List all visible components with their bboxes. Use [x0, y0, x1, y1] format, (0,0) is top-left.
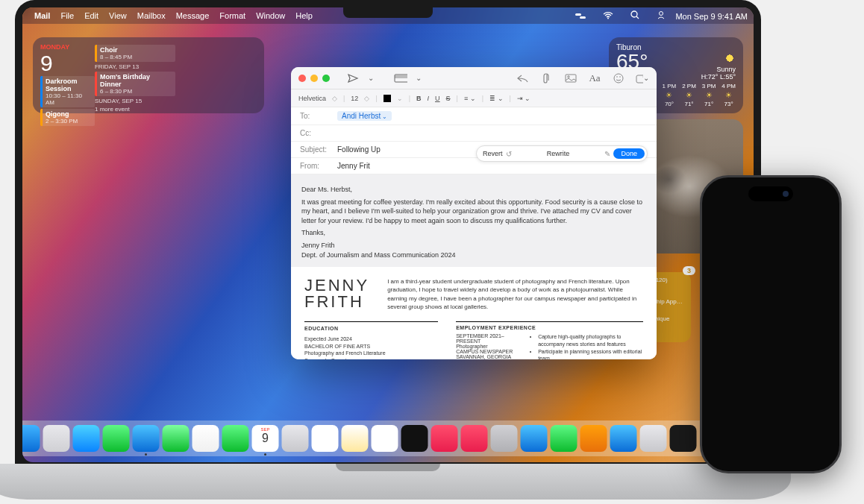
- italic-icon[interactable]: I: [428, 95, 430, 102]
- app-menu[interactable]: Mail: [34, 11, 50, 20]
- indent-icon[interactable]: ⇥ ⌄: [517, 95, 531, 102]
- dock-mail[interactable]: [133, 425, 160, 452]
- calendar-event[interactable]: Mom's Birthday Dinner6 – 8:30 PM: [95, 72, 176, 96]
- svg-rect-7: [395, 75, 407, 82]
- calendar-event[interactable]: Darkroom Session10:30 – 11:30 AM: [40, 76, 95, 107]
- svg-rect-8: [566, 75, 576, 82]
- dock-maps[interactable]: [163, 425, 190, 452]
- macbook: Mail FileEditViewMailboxMessageFormatWin…: [15, 0, 761, 500]
- underline-icon[interactable]: U: [435, 95, 440, 102]
- rewrite-icon: ✎: [601, 150, 613, 158]
- dock-calendar[interactable]: SEP9: [252, 425, 279, 452]
- dock-keynote[interactable]: [580, 425, 607, 452]
- photo-icon[interactable]: [564, 72, 577, 85]
- revert-icon: ↺: [503, 150, 515, 158]
- calendar-widget[interactable]: MONDAY 9 Darkroom Session10:30 – 11:30 A…: [33, 37, 264, 113]
- dock-launchpad[interactable]: [43, 425, 70, 452]
- weather-hour: 1 PM☀70°: [663, 83, 677, 107]
- ai-icon[interactable]: ⌄: [636, 72, 649, 85]
- svg-point-12: [619, 76, 621, 78]
- laptop-frame: Mail FileEditViewMailboxMessageFormatWin…: [15, 0, 761, 470]
- to-field[interactable]: To: Andi Herbst: [291, 107, 657, 125]
- dock-finder[interactable]: [22, 425, 40, 452]
- dock-pages[interactable]: [610, 425, 637, 452]
- strike-icon[interactable]: S: [446, 95, 451, 102]
- menu-view[interactable]: View: [109, 11, 127, 20]
- dock-messages[interactable]: [103, 425, 130, 452]
- dock-music[interactable]: [431, 425, 458, 452]
- weather-hour: 2 PM☀71°: [682, 83, 696, 107]
- text-color-icon[interactable]: [384, 95, 391, 102]
- minimize-button[interactable]: [310, 75, 318, 82]
- control-center-icon[interactable]: [568, 12, 586, 19]
- menu-window[interactable]: Window: [256, 11, 285, 20]
- menu-file[interactable]: File: [60, 11, 74, 20]
- cc-field[interactable]: Cc:: [291, 125, 657, 142]
- send-icon[interactable]: [346, 72, 360, 85]
- rewrite-button[interactable]: Rewrite: [515, 150, 602, 157]
- chevron-down-icon[interactable]: ⌄: [364, 72, 378, 85]
- svg-point-3: [631, 11, 637, 17]
- revert-button[interactable]: Revert: [483, 150, 503, 157]
- dock-freeform[interactable]: [372, 425, 398, 452]
- resume-last-name: FRITH: [304, 294, 369, 310]
- laptop-base: [0, 464, 791, 500]
- dock-iphone-mirroring[interactable]: [670, 425, 697, 452]
- dock-photos[interactable]: [192, 425, 219, 452]
- dock-reminders[interactable]: [312, 425, 339, 452]
- attach-icon[interactable]: [540, 72, 554, 85]
- bold-icon[interactable]: B: [416, 95, 422, 102]
- list-icon[interactable]: ≣ ⌄: [489, 95, 504, 102]
- font-picker[interactable]: Helvetica: [298, 95, 326, 102]
- menu-format[interactable]: Format: [219, 11, 245, 20]
- svg-point-9: [568, 75, 569, 77]
- font-size[interactable]: 12: [351, 95, 358, 102]
- emoji-icon[interactable]: [612, 72, 625, 85]
- dock-facetime[interactable]: [222, 425, 249, 452]
- svg-rect-1: [580, 16, 586, 19]
- weather-hour: 3 PM☀71°: [702, 83, 716, 107]
- notch: [343, 7, 433, 18]
- dock-appstore[interactable]: [521, 425, 548, 452]
- menu-edit[interactable]: Edit: [84, 11, 98, 20]
- menu-message[interactable]: Message: [176, 11, 210, 20]
- calendar-day-label: MONDAY: [40, 43, 95, 51]
- zoom-button[interactable]: [322, 75, 330, 82]
- dock-settings[interactable]: [640, 425, 667, 452]
- calendar-event[interactable]: Qigong2 – 3:30 PM: [40, 109, 95, 126]
- dock-numbers[interactable]: [551, 425, 577, 452]
- spotlight-icon[interactable]: [623, 10, 639, 19]
- calendar-day-number: 9: [40, 52, 95, 75]
- weather-hilo: H:72° L:55°: [701, 73, 736, 81]
- chevron-down-icon[interactable]: ⌄: [412, 72, 425, 85]
- align-icon[interactable]: ≡ ⌄: [464, 95, 476, 102]
- wifi-icon[interactable]: [595, 12, 613, 19]
- format-icon[interactable]: Aa: [588, 72, 601, 85]
- close-button[interactable]: [298, 75, 306, 82]
- menu-help[interactable]: Help: [295, 11, 313, 20]
- calendar-event[interactable]: Choir8 – 8:45 PM: [95, 45, 176, 62]
- header-fields-icon[interactable]: [394, 72, 407, 85]
- done-button[interactable]: Done: [613, 148, 645, 159]
- dock-notes[interactable]: [342, 425, 369, 452]
- users-icon[interactable]: [649, 10, 666, 19]
- window-titlebar[interactable]: ⌄ ⌄ Aa ⌄: [291, 67, 657, 89]
- svg-point-10: [614, 74, 623, 83]
- resume-attachment: JENNY FRITH I am a third-year student un…: [291, 267, 657, 359]
- clock[interactable]: Mon Sep 9 9:41 AM: [675, 12, 748, 21]
- resume-first-name: JENNY: [304, 277, 369, 294]
- menubar-right: Mon Sep 9 9:41 AM: [560, 10, 748, 21]
- dock-safari[interactable]: [73, 425, 100, 452]
- dock-news[interactable]: [461, 425, 488, 452]
- menu-mailbox[interactable]: Mailbox: [137, 11, 166, 20]
- dock-contacts[interactable]: [282, 425, 309, 452]
- desktop: Mail FileEditViewMailboxMessageFormatWin…: [22, 7, 754, 462]
- weather-hour: 4 PM☀73°: [721, 83, 736, 107]
- reply-icon[interactable]: [516, 72, 530, 85]
- dock-tv[interactable]: [401, 425, 428, 452]
- dock-passwords[interactable]: [491, 425, 518, 452]
- format-bar: Helvetica◇ | 12◇ | ⌄ | B I U S | ≡ ⌄ | ≣…: [291, 89, 657, 107]
- recipient-tag[interactable]: Andi Herbst: [337, 111, 392, 121]
- svg-rect-13: [636, 75, 643, 83]
- email-body[interactable]: Dear Ms. Herbst, It was great meeting fo…: [291, 174, 657, 267]
